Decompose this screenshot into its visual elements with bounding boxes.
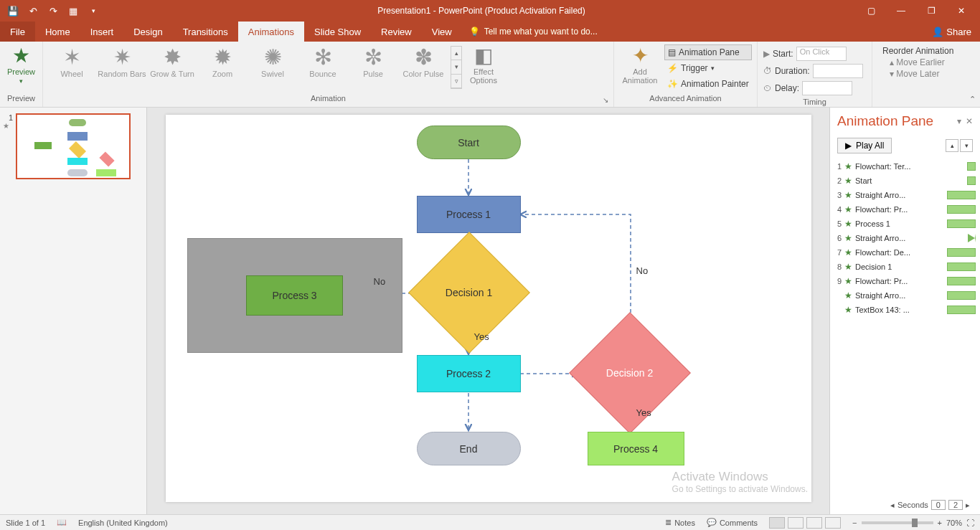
shape-decision1[interactable]: Decision 1 <box>408 257 530 328</box>
duration-input[interactable] <box>813 64 863 78</box>
move-earlier-button[interactable]: ▴ Move Earlier <box>882 57 953 67</box>
qat-dropdown-icon[interactable]: ▾ <box>86 4 100 18</box>
animation-dialog-launcher-icon[interactable]: ↘ <box>603 96 611 105</box>
slideshow-view-icon[interactable] <box>825 517 841 529</box>
gallery-bounce[interactable]: ✻Bounce <box>298 44 347 78</box>
shape-decision2[interactable]: Decision 2 <box>569 337 691 409</box>
normal-view-icon[interactable] <box>769 517 785 529</box>
gallery-grow-turn[interactable]: ✸Grow & Turn <box>148 44 197 78</box>
view-buttons <box>769 517 841 529</box>
gallery-color-pulse[interactable]: ✽Color Pulse <box>399 44 448 78</box>
timing-bar <box>947 291 976 300</box>
tab-file[interactable]: File <box>0 22 35 42</box>
move-up-icon[interactable]: ▴ <box>946 139 958 152</box>
group-preview-label: Preview <box>0 94 42 107</box>
start-select[interactable]: On Click <box>796 47 847 61</box>
spellcheck-icon[interactable]: 📖 <box>57 518 67 527</box>
collapse-ribbon-icon[interactable]: ⌃ <box>969 95 976 104</box>
slide-editor[interactable]: Start Process 1 Process 3 Decision 1 No … <box>147 108 829 514</box>
gallery-random-bars[interactable]: ✷Random Bars <box>98 44 146 78</box>
sorter-view-icon[interactable] <box>788 517 804 529</box>
tab-design[interactable]: Design <box>123 22 172 42</box>
tab-slideshow[interactable]: Slide Show <box>304 22 371 42</box>
zoom-level[interactable]: 70% <box>946 519 962 527</box>
tab-review[interactable]: Review <box>371 22 422 42</box>
animation-painter-button[interactable]: ✨ Animation Painter <box>664 76 752 92</box>
zoom-out-icon[interactable]: − <box>852 519 857 527</box>
shape-start[interactable]: Start <box>417 126 521 159</box>
star-icon: ★ <box>844 190 852 200</box>
slide-thumbnail-1[interactable] <box>16 113 131 179</box>
add-animation-button[interactable]: ✦ Add Animation <box>618 44 661 85</box>
tab-view[interactable]: View <box>422 22 462 42</box>
start-from-beginning-icon[interactable]: ▦ <box>66 4 80 18</box>
preview-button[interactable]: ★ Preview ▾ <box>4 44 38 85</box>
zoom-in-icon[interactable]: + <box>938 519 942 527</box>
move-later-button[interactable]: ▾ Move Later <box>882 69 953 79</box>
tab-insert[interactable]: Insert <box>80 22 124 42</box>
animation-pane-button[interactable]: ▤ Animation Pane <box>664 44 752 60</box>
shape-process3[interactable]: Process 3 <box>246 275 343 316</box>
painter-icon: ✨ <box>667 79 678 89</box>
effect-options-button[interactable]: ◧ Effect Options <box>462 44 505 85</box>
seconds-right-icon[interactable]: ▸ <box>966 501 970 510</box>
restore-icon[interactable]: ❐ <box>917 1 946 20</box>
shape-process2[interactable]: Process 2 <box>417 355 521 392</box>
animation-indicator-icon: ★ <box>3 122 13 130</box>
animation-item[interactable]: ★ Straight Arro... <box>834 288 976 303</box>
gallery-pulse[interactable]: ✼Pulse <box>349 44 397 78</box>
save-icon[interactable]: 💾 <box>6 4 20 18</box>
comments-button[interactable]: 💬Comments <box>707 518 758 527</box>
play-icon: ▶ <box>763 49 770 59</box>
shape-process1[interactable]: Process 1 <box>417 196 521 233</box>
gallery-zoom[interactable]: ✹Zoom <box>198 44 247 78</box>
trigger-button[interactable]: ⚡ Trigger ▾ <box>664 60 752 76</box>
animation-item[interactable]: 1 ★ Flowchart: Ter... <box>834 159 976 174</box>
fit-to-window-icon[interactable]: ⛶ <box>966 519 974 527</box>
shape-end[interactable]: End <box>417 432 521 465</box>
gallery-swivel[interactable]: ✺Swivel <box>248 44 297 78</box>
zoom-slider[interactable] <box>862 521 933 524</box>
redo-icon[interactable]: ↷ <box>46 4 60 18</box>
reading-view-icon[interactable] <box>806 517 822 529</box>
timing-bar <box>947 277 976 285</box>
move-down-icon[interactable]: ▾ <box>960 139 973 152</box>
tab-transitions[interactable]: Transitions <box>173 22 238 42</box>
notes-button[interactable]: ≣Notes <box>665 518 695 527</box>
gallery-up-icon[interactable]: ▴ <box>451 47 461 60</box>
animation-item[interactable]: 7 ★ Flowchart: De... <box>834 245 976 260</box>
gallery-more-icon[interactable]: ▿ <box>451 75 461 88</box>
gallery-down-icon[interactable]: ▾ <box>451 60 461 74</box>
minimize-icon[interactable]: — <box>887 1 915 20</box>
animation-item[interactable]: 9 ★ Flowchart: Pr... <box>834 274 976 288</box>
seconds-left-icon[interactable]: ◂ <box>890 501 895 510</box>
gallery-wheel[interactable]: ✶Wheel <box>47 44 96 78</box>
tab-animations[interactable]: Animations <box>238 22 304 42</box>
animation-item[interactable]: ★ TextBox 143: ... <box>834 303 976 317</box>
play-all-button[interactable]: ▶Play All <box>837 138 892 153</box>
animation-item[interactable]: 3 ★ Straight Arro... <box>834 188 976 202</box>
language-indicator[interactable]: English (United Kingdom) <box>78 519 168 527</box>
slide-canvas[interactable]: Start Process 1 Process 3 Decision 1 No … <box>166 115 811 502</box>
slide-thumbnails: 1 ★ <box>0 108 147 514</box>
shape-selected-group[interactable]: Process 3 <box>187 238 402 353</box>
pane-close-icon[interactable]: ✕ <box>966 116 973 126</box>
ribbon: ★ Preview ▾ Preview ✶Wheel ✷Random Bars … <box>0 42 980 108</box>
animation-item[interactable]: 2 ★ Start <box>834 174 976 188</box>
ribbon-display-options-icon[interactable]: ▢ <box>857 1 885 20</box>
animation-item[interactable]: 6 ★ Straight Arro... <box>834 231 976 245</box>
animation-item[interactable]: 5 ★ Process 1 <box>834 217 976 231</box>
delay-input[interactable] <box>802 81 852 95</box>
tell-me-search[interactable]: 💡 Tell me what you want to do... <box>462 22 924 42</box>
slide-counter[interactable]: Slide 1 of 1 <box>6 519 45 527</box>
close-icon[interactable]: ✕ <box>947 1 976 20</box>
undo-icon[interactable]: ↶ <box>26 4 40 18</box>
activate-windows-watermark: Activate Windows Go to Settings to activ… <box>672 470 808 494</box>
animation-gallery[interactable]: ✶Wheel ✷Random Bars ✸Grow & Turn ✹Zoom ✺… <box>47 44 462 89</box>
pane-options-icon[interactable]: ▾ <box>957 116 961 126</box>
tab-home[interactable]: Home <box>35 22 80 42</box>
animation-item[interactable]: 8 ★ Decision 1 <box>834 260 976 274</box>
animation-item[interactable]: 4 ★ Flowchart: Pr... <box>834 202 976 217</box>
shape-process4[interactable]: Process 4 <box>588 432 684 465</box>
share-button[interactable]: 👤 Share <box>923 22 980 42</box>
